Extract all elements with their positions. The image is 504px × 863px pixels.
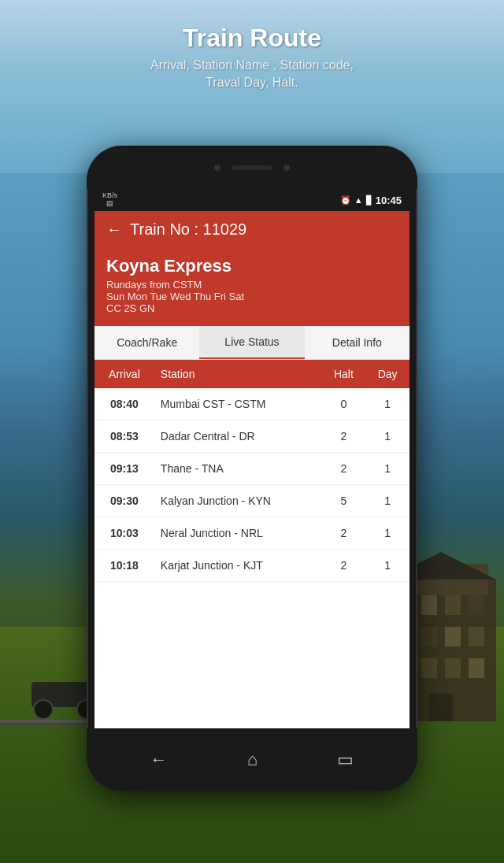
train-number-title: Train No : 11029 xyxy=(130,220,246,239)
cell-day: 1 xyxy=(365,485,410,517)
clock-icon: ⏰ xyxy=(340,195,351,206)
cell-halt: 2 xyxy=(322,517,366,550)
table-row: 08:40 Mumbai CST - CSTM 0 1 xyxy=(94,388,410,420)
header-station: Station xyxy=(154,360,322,388)
tab-coach-rake[interactable]: Coach/Rake xyxy=(94,326,199,359)
svg-rect-27 xyxy=(445,595,461,615)
cell-halt: 2 xyxy=(322,420,366,453)
cell-station: Neral Junction - NRL xyxy=(154,517,322,550)
sensor xyxy=(284,165,290,171)
train-coaches: CC 2S GN xyxy=(106,302,398,314)
tab-live-status[interactable]: Live Status xyxy=(199,326,304,359)
cell-station: Karjat Junction - KJT xyxy=(154,550,322,582)
phone-top-bar xyxy=(87,146,417,189)
train-name: Koyna Express xyxy=(106,256,398,276)
svg-rect-35 xyxy=(445,658,461,678)
cell-arrival: 08:40 xyxy=(94,388,154,420)
front-camera xyxy=(214,165,220,171)
svg-rect-36 xyxy=(469,658,484,678)
cell-day: 1 xyxy=(365,550,410,582)
page-title: Train Route xyxy=(0,24,504,53)
table-row: 10:18 Karjat Junction - KJT 2 1 xyxy=(94,550,410,582)
cell-halt: 2 xyxy=(322,453,366,485)
cell-station: Kalyan Junction - KYN xyxy=(154,485,322,517)
phone-screen: KB/s ▤ ⏰ ▲ ▊ 10:45 ← Train No : 11029 Ko… xyxy=(94,189,410,728)
table-body: 08:40 Mumbai CST - CSTM 0 1 08:53 Dadar … xyxy=(94,388,410,582)
cell-station: Mumbai CST - CSTM xyxy=(154,388,322,420)
cell-halt: 2 xyxy=(322,550,366,582)
status-icons: ⏰ ▲ ▊ 10:45 xyxy=(340,194,402,206)
table-header: Arrival Station Halt Day xyxy=(94,360,410,388)
heading-area: Train Route Arrival, Station Name , Stat… xyxy=(0,24,504,92)
signal-icon: ▊ xyxy=(366,195,372,206)
header-day: Day xyxy=(365,360,410,388)
nav-home-button[interactable]: ⌂ xyxy=(247,750,258,770)
cell-day: 1 xyxy=(365,453,410,485)
header-arrival: Arrival xyxy=(94,360,154,388)
cell-arrival: 09:30 xyxy=(94,485,154,517)
table-row: 08:53 Dadar Central - DR 2 1 xyxy=(94,420,410,453)
page-subtitle: Arrival, Station Name , Station code, Tr… xyxy=(0,57,504,92)
svg-rect-32 xyxy=(469,627,484,646)
svg-rect-34 xyxy=(421,658,437,678)
cell-day: 1 xyxy=(365,517,410,550)
cell-day: 1 xyxy=(365,420,410,453)
cell-station: Thane - TNA xyxy=(154,453,322,485)
table-row: 10:03 Neral Junction - NRL 2 1 xyxy=(94,517,410,550)
speaker-grille xyxy=(232,165,272,170)
route-table: Arrival Station Halt Day 08:40 Mumbai CS… xyxy=(94,360,410,582)
svg-rect-37 xyxy=(429,694,453,721)
cell-halt: 0 xyxy=(322,388,366,420)
svg-rect-31 xyxy=(445,627,461,646)
train-days-label: Rundays from CSTM xyxy=(106,279,398,291)
cell-arrival: 08:53 xyxy=(94,420,154,453)
table-row: 09:30 Kalyan Junction - KYN 5 1 xyxy=(94,485,410,517)
nav-back-button[interactable]: ← xyxy=(150,750,168,770)
table-row: 09:13 Thane - TNA 2 1 xyxy=(94,453,410,485)
train-info: Koyna Express Rundays from CSTM Sun Mon … xyxy=(94,248,410,326)
status-bar: KB/s ▤ ⏰ ▲ ▊ 10:45 xyxy=(94,189,410,211)
tab-detail-info[interactable]: Detail Info xyxy=(305,326,410,359)
phone-bottom-bar: ← ⌂ ▭ xyxy=(87,728,417,791)
phone-frame: KB/s ▤ ⏰ ▲ ▊ 10:45 ← Train No : 11029 Ko… xyxy=(87,146,417,791)
cell-arrival: 10:03 xyxy=(94,517,154,550)
back-button[interactable]: ← xyxy=(106,220,122,239)
tab-bar: Coach/Rake Live Status Detail Info xyxy=(94,326,410,360)
nav-recents-button[interactable]: ▭ xyxy=(337,750,354,770)
svg-point-18 xyxy=(34,700,53,719)
header-halt: Halt xyxy=(322,360,366,388)
cell-arrival: 09:13 xyxy=(94,453,154,485)
route-table-container: Arrival Station Halt Day 08:40 Mumbai CS… xyxy=(94,360,410,582)
svg-rect-30 xyxy=(421,627,437,646)
cell-station: Dadar Central - DR xyxy=(154,420,322,453)
cell-arrival: 10:18 xyxy=(94,550,154,582)
wifi-icon: ▲ xyxy=(354,195,363,205)
app-header: ← Train No : 11029 xyxy=(94,211,410,248)
train-schedule: Sun Mon Tue Wed Thu Fri Sat xyxy=(106,291,398,302)
data-indicator: KB/s ▤ xyxy=(102,192,117,208)
svg-rect-26 xyxy=(421,595,437,615)
cell-halt: 5 xyxy=(322,485,366,517)
cell-day: 1 xyxy=(365,388,410,420)
svg-rect-28 xyxy=(469,595,484,615)
status-time: 10:45 xyxy=(376,194,402,206)
